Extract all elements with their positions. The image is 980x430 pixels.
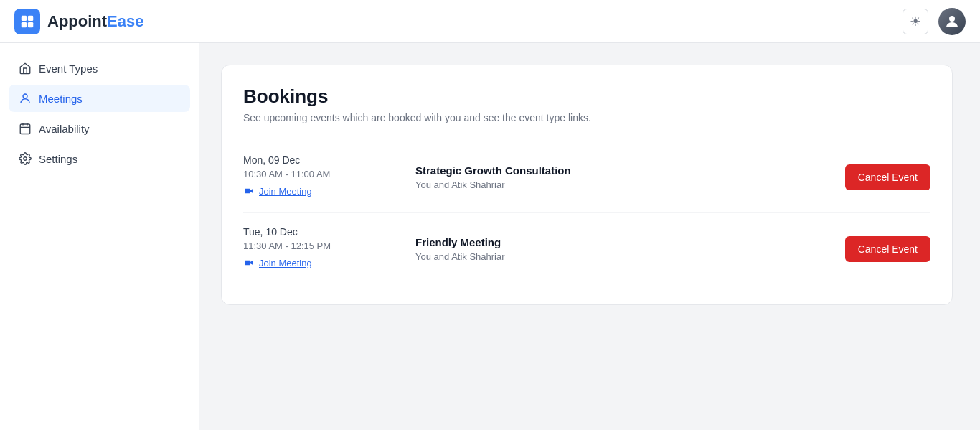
svg-rect-8 xyxy=(245,189,250,194)
booking-1-event-name: Strategic Growth Consultation xyxy=(415,164,845,177)
sidebar-item-settings[interactable]: Settings xyxy=(9,145,190,172)
app-header: AppointEase ☀ xyxy=(0,0,980,43)
header-actions: ☀ xyxy=(903,8,966,35)
sidebar-item-meetings[interactable]: Meetings xyxy=(9,85,190,112)
svg-rect-3 xyxy=(28,22,33,27)
svg-rect-9 xyxy=(245,261,250,266)
booking-1-info: Strategic Growth Consultation You and At… xyxy=(387,164,845,190)
theme-toggle-button[interactable]: ☀ xyxy=(903,9,928,34)
home-icon xyxy=(19,62,32,75)
svg-point-5 xyxy=(23,94,27,98)
join-meeting-button-1[interactable]: Join Meeting xyxy=(243,185,312,197)
person-icon xyxy=(19,92,32,105)
logo-text: AppointEase xyxy=(47,12,143,31)
sidebar-item-event-types[interactable]: Event Types xyxy=(9,55,190,82)
sidebar-label-meetings: Meetings xyxy=(39,93,83,105)
bookings-card: Bookings See upcoming events which are b… xyxy=(221,65,953,305)
svg-point-4 xyxy=(949,16,955,22)
gear-icon xyxy=(19,152,32,165)
join-meeting-button-2[interactable]: Join Meeting xyxy=(243,257,312,268)
join-meeting-label-1: Join Meeting xyxy=(259,186,312,197)
svg-point-7 xyxy=(24,157,27,161)
booking-1-left: Mon, 09 Dec 10:30 AM - 11:00 AM Join Mee… xyxy=(243,154,387,200)
svg-rect-2 xyxy=(22,22,27,27)
logo-icon xyxy=(14,9,40,34)
main-content: Bookings See upcoming events which are b… xyxy=(199,43,980,430)
svg-rect-0 xyxy=(22,15,27,20)
video-icon-1 xyxy=(243,185,255,197)
calendar-icon xyxy=(19,122,32,135)
svg-rect-6 xyxy=(20,124,30,134)
video-icon-2 xyxy=(243,257,255,268)
booking-item-1: Mon, 09 Dec 10:30 AM - 11:00 AM Join Mee… xyxy=(243,141,930,212)
sidebar: Event Types Meetings Availability Settin… xyxy=(0,43,199,430)
booking-2-info: Friendly Meeting You and Atik Shahriar xyxy=(387,236,845,262)
avatar[interactable] xyxy=(938,8,966,35)
booking-2-participants: You and Atik Shahriar xyxy=(415,251,845,262)
booking-1-time: 10:30 AM - 11:00 AM xyxy=(243,169,387,179)
avatar-image xyxy=(938,8,966,35)
sidebar-label-availability: Availability xyxy=(39,123,90,135)
join-meeting-label-2: Join Meeting xyxy=(259,258,312,268)
sidebar-label-settings: Settings xyxy=(39,153,77,165)
svg-rect-1 xyxy=(28,15,33,20)
bookings-subtitle: See upcoming events which are booked wit… xyxy=(243,112,930,123)
booking-1-date: Mon, 09 Dec xyxy=(243,154,387,166)
logo: AppointEase xyxy=(14,9,143,34)
booking-2-date: Tue, 10 Dec xyxy=(243,226,387,238)
booking-1-participants: You and Atik Shahriar xyxy=(415,179,845,190)
cancel-event-button-1[interactable]: Cancel Event xyxy=(845,164,930,190)
booking-item-2: Tue, 10 Dec 11:30 AM - 12:15 PM Join Mee… xyxy=(243,212,930,284)
booking-2-left: Tue, 10 Dec 11:30 AM - 12:15 PM Join Mee… xyxy=(243,226,387,271)
main-layout: Event Types Meetings Availability Settin… xyxy=(0,43,980,430)
sidebar-item-availability[interactable]: Availability xyxy=(9,115,190,142)
booking-2-time: 11:30 AM - 12:15 PM xyxy=(243,240,387,251)
cancel-event-button-2[interactable]: Cancel Event xyxy=(845,236,930,262)
booking-2-event-name: Friendly Meeting xyxy=(415,236,845,248)
bookings-title: Bookings xyxy=(243,85,930,108)
sidebar-label-event-types: Event Types xyxy=(39,62,98,75)
